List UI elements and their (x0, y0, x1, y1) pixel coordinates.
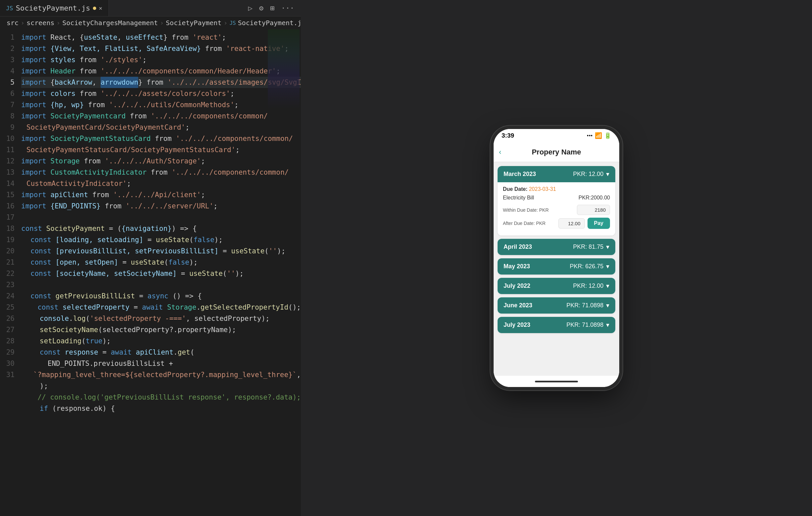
debug-icon[interactable]: ⚙ (259, 4, 263, 12)
after-input-group: Pay (558, 218, 610, 229)
bc-src[interactable]: src (7, 19, 19, 27)
code-line-9b: SocietyPaymentStatusCard/SocietyPaymentS… (21, 144, 301, 155)
bc-js-icon: JS (229, 20, 236, 26)
payment-right-june: PKR: 71.0898 ▼ (567, 302, 609, 309)
code-line-24: setSocietyName(selectedProperty?.propert… (21, 324, 301, 335)
code-line-30: // console.log('getPreviousBillList resp… (21, 392, 301, 403)
payment-month-july2023: July 2023 (503, 321, 530, 328)
code-line-11b: CustomActivityIndicator'; (21, 178, 301, 189)
code-line-11a: import CustomActivityIndicator from '../… (21, 167, 301, 178)
status-icons: ••• 📶 🔋 (587, 132, 611, 139)
payment-right-july2022: PKR: 12.00 ▼ (573, 283, 609, 289)
payment-right-march: PKR: 12.00 ▼ (573, 171, 609, 178)
payment-card-header-may[interactable]: May 2023 PKR: 626.75 ▼ (498, 258, 615, 275)
chevron-july2023: ▼ (606, 322, 609, 328)
payment-amount-july2023: PKR: 71.0898 (567, 321, 603, 328)
due-date-row: Due Date: 2023-03-31 (503, 186, 610, 192)
chevron-march: ▼ (606, 171, 609, 177)
code-area: 1234 5 6789 10111213 1415161718 19202122… (0, 29, 301, 516)
bc-filename[interactable]: SocietyPayment.js (238, 19, 306, 27)
payment-amount-june: PKR: 71.0898 (567, 302, 603, 309)
pay-button[interactable]: Pay (587, 218, 610, 229)
payment-month-july2022: July 2022 (503, 283, 530, 289)
payment-amount-april: PKR: 81.75 (573, 243, 603, 250)
code-line-27: END_POINTS.previousBillsList + (21, 358, 301, 369)
payment-card-header-april[interactable]: April 2023 PKR: 81.75 ▼ (498, 239, 615, 255)
status-time: 3:39 (501, 132, 514, 139)
payment-card-july2022: July 2022 PKR: 12.00 ▼ (498, 278, 615, 294)
minimap (268, 29, 299, 109)
payment-amount-may: PKR: 626.75 (570, 263, 603, 270)
chevron-april: ▼ (606, 244, 609, 250)
code-line-28: `?mapping_level_three=${selectedProperty… (21, 369, 301, 380)
battery-icon: 🔋 (604, 132, 611, 139)
right-panel: 3:39 ••• 📶 🔋 ‹ Propery Name March 2023 (301, 0, 812, 516)
code-line-16: const [loading, setLoading] = useState(f… (21, 234, 301, 246)
phone-frame: 3:39 ••• 📶 🔋 ‹ Propery Name March 2023 (494, 129, 619, 387)
code-content: import React, {useState, useEffect} from… (19, 29, 301, 516)
chevron-july2022: ▼ (606, 283, 609, 289)
code-line-10: import Storage from '../../../Auth/Stora… (21, 155, 301, 167)
code-line-7: import {hp, wp} from '../../../utils/Com… (21, 99, 301, 111)
code-line-4: import Header from '../../../components/… (21, 65, 301, 77)
back-button[interactable]: ‹ (499, 148, 501, 156)
code-line-22: const selectedProperty = await Storage.g… (21, 302, 301, 313)
code-line-18: const [open, setOpen] = useState(false); (21, 257, 301, 268)
within-label: Within Due Date: PKR (503, 207, 549, 213)
js-file-icon: JS (6, 5, 13, 11)
bc-society[interactable]: SocietyChargesManagement (62, 19, 158, 27)
active-tab[interactable]: JS SocietyPayment.js × (0, 0, 109, 16)
code-line-19: const [societyName, setSocietyName] = us… (21, 268, 301, 279)
bc-screens[interactable]: screens (26, 19, 54, 27)
signal-icon: ••• (587, 133, 593, 138)
tab-filename: SocietyPayment.js (16, 4, 90, 12)
app-title: Propery Name (532, 148, 581, 156)
payment-card-header-june[interactable]: June 2023 PKR: 71.0898 ▼ (498, 297, 615, 314)
payment-card-april: April 2023 PKR: 81.75 ▼ (498, 239, 615, 255)
more-icon[interactable]: ··· (281, 4, 294, 12)
code-line-3: import styles from './styles'; (21, 54, 301, 65)
payment-card-march: March 2023 PKR: 12.00 ▼ Due Date: 2023-0… (498, 166, 615, 235)
payment-right-may: PKR: 626.75 ▼ (570, 263, 609, 270)
line-numbers: 1234 5 6789 10111213 1415161718 19202122… (0, 29, 19, 516)
chevron-may: ▼ (606, 263, 609, 269)
payment-card-header-march[interactable]: March 2023 PKR: 12.00 ▼ (498, 166, 615, 182)
bill-row-electricity: Electricity Bill PKR:2000.00 (503, 195, 610, 201)
tab-bar: JS SocietyPayment.js × ▷ ⚙ ⊞ ··· (0, 0, 301, 17)
payment-right-april: PKR: 81.75 ▼ (573, 243, 609, 250)
bill-amount: PKR:2000.00 (579, 195, 610, 201)
modified-dot (93, 7, 96, 10)
within-input[interactable] (577, 205, 610, 215)
code-line-1: import React, {useState, useEffect} from… (21, 32, 301, 43)
due-date-value: 2023-03-31 (529, 186, 556, 192)
after-input[interactable] (558, 218, 585, 229)
bc-payment[interactable]: SocietyPayment (166, 19, 222, 27)
after-duedate-row: After Due Date: PKR Pay (503, 218, 610, 229)
payment-amount-july2022: PKR: 12.00 (573, 283, 603, 289)
breadcrumb: src › screens › SocietyChargesManagement… (0, 17, 301, 29)
payment-card-header-july2022[interactable]: July 2022 PKR: 12.00 ▼ (498, 278, 615, 294)
code-line-29: ); (21, 380, 301, 392)
payment-card-header-july2023[interactable]: July 2023 PKR: 71.0898 ▼ (498, 317, 615, 333)
code-line-8a: import SocietyPaymentcard from '../../..… (21, 111, 301, 122)
phone-bottom-bar (494, 376, 619, 387)
home-indicator (535, 381, 578, 382)
chevron-june: ▼ (606, 302, 609, 309)
wifi-icon: 📶 (595, 132, 602, 139)
payment-month-june: June 2023 (503, 302, 532, 309)
after-label: After Due Date: PKR (503, 221, 546, 226)
code-line-12: import apiClient from '../../../Api/clie… (21, 189, 301, 200)
run-icon[interactable]: ▷ (248, 4, 253, 12)
payment-right-july2023: PKR: 71.0898 ▼ (567, 321, 609, 328)
code-line-6: import colors from '../../../assets/colo… (21, 88, 301, 99)
code-line-9a: import SocietyPaymentStatusCard from '..… (21, 133, 301, 144)
payment-month-march: March 2023 (503, 171, 536, 178)
code-line-20 (21, 279, 301, 290)
editor-panel: JS SocietyPayment.js × ▷ ⚙ ⊞ ··· src › s… (0, 0, 301, 516)
tab-close-btn[interactable]: × (99, 5, 103, 11)
layout-icon[interactable]: ⊞ (270, 4, 274, 12)
due-date-label: Due Date: (503, 186, 528, 192)
payment-amount-march: PKR: 12.00 (573, 171, 603, 178)
code-line-15: const SocietyPayment = ({navigation}) =>… (21, 223, 301, 234)
code-line-13: import {END_POINTS} from '../../../serve… (21, 200, 301, 212)
